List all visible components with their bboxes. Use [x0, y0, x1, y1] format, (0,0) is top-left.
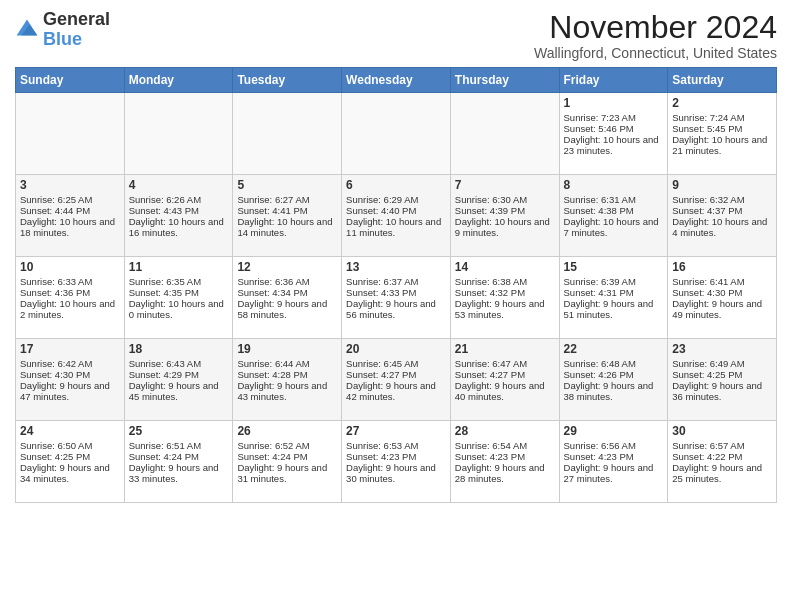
table-row: 19Sunrise: 6:44 AMSunset: 4:28 PMDayligh…	[233, 339, 342, 421]
daylight-text: Daylight: 9 hours and 43 minutes.	[237, 380, 327, 402]
table-row: 28Sunrise: 6:54 AMSunset: 4:23 PMDayligh…	[450, 421, 559, 503]
sunrise-text: Sunrise: 6:48 AM	[564, 358, 636, 369]
sunset-text: Sunset: 5:45 PM	[672, 123, 742, 134]
sunset-text: Sunset: 4:25 PM	[672, 369, 742, 380]
day-number: 29	[564, 424, 664, 438]
daylight-text: Daylight: 9 hours and 25 minutes.	[672, 462, 762, 484]
logo: General Blue	[15, 10, 110, 50]
sunset-text: Sunset: 4:37 PM	[672, 205, 742, 216]
day-number: 7	[455, 178, 555, 192]
table-row	[16, 93, 125, 175]
daylight-text: Daylight: 9 hours and 58 minutes.	[237, 298, 327, 320]
day-number: 14	[455, 260, 555, 274]
day-number: 16	[672, 260, 772, 274]
logo-icon	[15, 18, 39, 42]
sunset-text: Sunset: 4:41 PM	[237, 205, 307, 216]
daylight-text: Daylight: 10 hours and 21 minutes.	[672, 134, 767, 156]
table-row: 20Sunrise: 6:45 AMSunset: 4:27 PMDayligh…	[342, 339, 451, 421]
table-row: 17Sunrise: 6:42 AMSunset: 4:30 PMDayligh…	[16, 339, 125, 421]
sunset-text: Sunset: 4:26 PM	[564, 369, 634, 380]
daylight-text: Daylight: 9 hours and 49 minutes.	[672, 298, 762, 320]
sunset-text: Sunset: 4:36 PM	[20, 287, 90, 298]
sunrise-text: Sunrise: 6:31 AM	[564, 194, 636, 205]
sunrise-text: Sunrise: 6:49 AM	[672, 358, 744, 369]
table-row: 14Sunrise: 6:38 AMSunset: 4:32 PMDayligh…	[450, 257, 559, 339]
sunset-text: Sunset: 4:43 PM	[129, 205, 199, 216]
sunrise-text: Sunrise: 6:44 AM	[237, 358, 309, 369]
day-number: 24	[20, 424, 120, 438]
daylight-text: Daylight: 9 hours and 56 minutes.	[346, 298, 436, 320]
daylight-text: Daylight: 10 hours and 2 minutes.	[20, 298, 115, 320]
sunset-text: Sunset: 4:22 PM	[672, 451, 742, 462]
sunset-text: Sunset: 4:23 PM	[564, 451, 634, 462]
sunset-text: Sunset: 4:25 PM	[20, 451, 90, 462]
sunrise-text: Sunrise: 6:45 AM	[346, 358, 418, 369]
daylight-text: Daylight: 9 hours and 27 minutes.	[564, 462, 654, 484]
table-row: 3Sunrise: 6:25 AMSunset: 4:44 PMDaylight…	[16, 175, 125, 257]
location-subtitle: Wallingford, Connecticut, United States	[534, 45, 777, 61]
daylight-text: Daylight: 9 hours and 36 minutes.	[672, 380, 762, 402]
sunset-text: Sunset: 4:39 PM	[455, 205, 525, 216]
day-number: 6	[346, 178, 446, 192]
table-row: 29Sunrise: 6:56 AMSunset: 4:23 PMDayligh…	[559, 421, 668, 503]
calendar-week-5: 24Sunrise: 6:50 AMSunset: 4:25 PMDayligh…	[16, 421, 777, 503]
title-block: November 2024 Wallingford, Connecticut, …	[534, 10, 777, 61]
sunrise-text: Sunrise: 6:39 AM	[564, 276, 636, 287]
table-row: 22Sunrise: 6:48 AMSunset: 4:26 PMDayligh…	[559, 339, 668, 421]
daylight-text: Daylight: 9 hours and 33 minutes.	[129, 462, 219, 484]
sunrise-text: Sunrise: 6:36 AM	[237, 276, 309, 287]
daylight-text: Daylight: 9 hours and 28 minutes.	[455, 462, 545, 484]
sunrise-text: Sunrise: 6:35 AM	[129, 276, 201, 287]
daylight-text: Daylight: 9 hours and 45 minutes.	[129, 380, 219, 402]
sunset-text: Sunset: 4:35 PM	[129, 287, 199, 298]
table-row: 16Sunrise: 6:41 AMSunset: 4:30 PMDayligh…	[668, 257, 777, 339]
sunset-text: Sunset: 4:28 PM	[237, 369, 307, 380]
day-number: 12	[237, 260, 337, 274]
daylight-text: Daylight: 10 hours and 4 minutes.	[672, 216, 767, 238]
sunrise-text: Sunrise: 6:33 AM	[20, 276, 92, 287]
sunset-text: Sunset: 4:44 PM	[20, 205, 90, 216]
daylight-text: Daylight: 9 hours and 38 minutes.	[564, 380, 654, 402]
day-number: 23	[672, 342, 772, 356]
header-friday: Friday	[559, 68, 668, 93]
table-row: 5Sunrise: 6:27 AMSunset: 4:41 PMDaylight…	[233, 175, 342, 257]
sunset-text: Sunset: 4:27 PM	[346, 369, 416, 380]
sunrise-text: Sunrise: 6:26 AM	[129, 194, 201, 205]
sunrise-text: Sunrise: 6:30 AM	[455, 194, 527, 205]
sunset-text: Sunset: 4:31 PM	[564, 287, 634, 298]
daylight-text: Daylight: 10 hours and 16 minutes.	[129, 216, 224, 238]
sunset-text: Sunset: 4:38 PM	[564, 205, 634, 216]
daylight-text: Daylight: 9 hours and 40 minutes.	[455, 380, 545, 402]
table-row	[233, 93, 342, 175]
table-row: 18Sunrise: 6:43 AMSunset: 4:29 PMDayligh…	[124, 339, 233, 421]
table-row: 4Sunrise: 6:26 AMSunset: 4:43 PMDaylight…	[124, 175, 233, 257]
sunrise-text: Sunrise: 6:42 AM	[20, 358, 92, 369]
daylight-text: Daylight: 9 hours and 42 minutes.	[346, 380, 436, 402]
table-row: 13Sunrise: 6:37 AMSunset: 4:33 PMDayligh…	[342, 257, 451, 339]
sunrise-text: Sunrise: 6:43 AM	[129, 358, 201, 369]
daylight-text: Daylight: 10 hours and 11 minutes.	[346, 216, 441, 238]
day-number: 9	[672, 178, 772, 192]
table-row: 7Sunrise: 6:30 AMSunset: 4:39 PMDaylight…	[450, 175, 559, 257]
day-number: 18	[129, 342, 229, 356]
sunset-text: Sunset: 4:27 PM	[455, 369, 525, 380]
day-number: 26	[237, 424, 337, 438]
day-number: 3	[20, 178, 120, 192]
sunrise-text: Sunrise: 6:37 AM	[346, 276, 418, 287]
sunrise-text: Sunrise: 6:27 AM	[237, 194, 309, 205]
logo-blue-text: Blue	[43, 29, 82, 49]
sunrise-text: Sunrise: 6:32 AM	[672, 194, 744, 205]
sunrise-text: Sunrise: 6:50 AM	[20, 440, 92, 451]
day-number: 21	[455, 342, 555, 356]
header-saturday: Saturday	[668, 68, 777, 93]
sunrise-text: Sunrise: 6:41 AM	[672, 276, 744, 287]
table-row	[124, 93, 233, 175]
table-row: 25Sunrise: 6:51 AMSunset: 4:24 PMDayligh…	[124, 421, 233, 503]
table-row	[450, 93, 559, 175]
sunrise-text: Sunrise: 6:56 AM	[564, 440, 636, 451]
daylight-text: Daylight: 10 hours and 18 minutes.	[20, 216, 115, 238]
calendar-week-4: 17Sunrise: 6:42 AMSunset: 4:30 PMDayligh…	[16, 339, 777, 421]
sunset-text: Sunset: 4:32 PM	[455, 287, 525, 298]
table-row: 23Sunrise: 6:49 AMSunset: 4:25 PMDayligh…	[668, 339, 777, 421]
sunrise-text: Sunrise: 6:54 AM	[455, 440, 527, 451]
